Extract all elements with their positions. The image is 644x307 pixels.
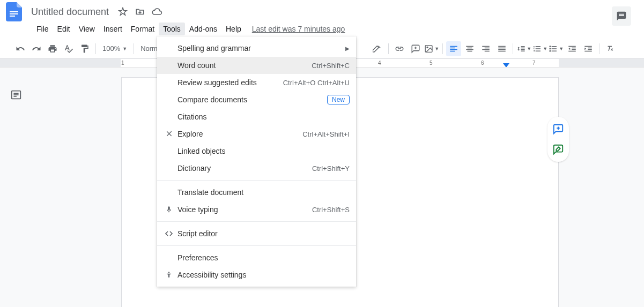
- ruler-mark: 4: [378, 60, 381, 66]
- decrease-indent-button[interactable]: [565, 41, 580, 56]
- submenu-arrow-icon: ▶: [345, 46, 350, 51]
- menu-item-script-editor[interactable]: Script editor: [157, 225, 356, 242]
- align-left-button[interactable]: [446, 41, 461, 56]
- undo-button[interactable]: [13, 41, 28, 56]
- menu-item-translate[interactable]: Translate document: [157, 184, 356, 201]
- last-edit-link[interactable]: Last edit was 7 minutes ago: [252, 25, 345, 33]
- cloud-saved-icon[interactable]: [151, 5, 164, 18]
- dropdown-arrow-icon: ▼: [434, 46, 439, 51]
- explore-icon: [164, 130, 174, 138]
- docs-logo-icon[interactable]: [4, 2, 24, 21]
- ruler-mark: 5: [430, 60, 433, 66]
- menu-item-citations[interactable]: Citations: [157, 108, 356, 125]
- highlight-color-button[interactable]: [370, 41, 385, 56]
- svg-point-5: [550, 46, 551, 47]
- menu-item-label: Voice typing: [173, 205, 312, 214]
- ruler-mark: 7: [532, 60, 536, 66]
- document-title[interactable]: Untitled document: [28, 5, 112, 19]
- menu-item-linked-objects[interactable]: Linked objects: [157, 143, 356, 160]
- svg-point-12: [168, 272, 169, 273]
- star-icon[interactable]: [116, 5, 129, 18]
- align-center-button[interactable]: [462, 41, 477, 56]
- separator: [134, 43, 134, 54]
- separator: [442, 43, 443, 54]
- print-button[interactable]: [45, 41, 60, 56]
- align-justify-button[interactable]: [494, 41, 509, 56]
- menu-item-shortcut: Ctrl+Alt+O Ctrl+Alt+U: [283, 79, 350, 87]
- menu-addons[interactable]: Add-ons: [185, 23, 221, 35]
- menu-edit[interactable]: Edit: [53, 23, 75, 35]
- menu-item-compare[interactable]: Compare documents New: [157, 91, 356, 108]
- menu-item-spelling[interactable]: Spelling and grammar ▶: [157, 40, 356, 57]
- menu-item-label: Translate document: [173, 188, 350, 197]
- suggest-edits-floating-button[interactable]: [547, 139, 569, 160]
- menu-item-label: Explore: [173, 130, 302, 138]
- paint-format-button[interactable]: [77, 41, 92, 56]
- menu-insert[interactable]: Insert: [99, 23, 127, 35]
- menu-help[interactable]: Help: [221, 23, 246, 35]
- increase-indent-button[interactable]: [581, 41, 596, 56]
- clear-formatting-button[interactable]: [603, 41, 618, 56]
- svg-rect-0: [10, 11, 18, 12]
- redo-button[interactable]: [29, 41, 44, 56]
- menu-item-label: Word count: [173, 61, 312, 70]
- menu-item-label: Accessibility settings: [173, 271, 350, 279]
- move-icon[interactable]: [134, 5, 146, 18]
- outline-toggle-button[interactable]: [10, 89, 22, 101]
- menu-item-accessibility[interactable]: Accessibility settings: [157, 266, 356, 283]
- bulleted-list-button[interactable]: ▼: [549, 41, 564, 56]
- menu-format[interactable]: Format: [127, 23, 159, 35]
- line-spacing-button[interactable]: ▼: [516, 41, 531, 56]
- menu-item-label: Dictionary: [173, 164, 312, 173]
- zoom-value: 100%: [102, 44, 120, 53]
- menu-item-label: Spelling and grammar: [173, 44, 345, 53]
- separator: [388, 43, 389, 54]
- menu-item-voice-typing[interactable]: Voice typing Ctrl+Shift+S: [157, 201, 356, 218]
- align-right-button[interactable]: [478, 41, 493, 56]
- insert-image-button[interactable]: ▼: [424, 41, 439, 56]
- menu-tools[interactable]: Tools: [159, 23, 185, 35]
- svg-rect-2: [10, 16, 15, 17]
- menu-item-preferences[interactable]: Preferences: [157, 249, 356, 266]
- menu-separator: [157, 245, 356, 246]
- numbered-list-button[interactable]: ▼: [532, 41, 547, 56]
- menu-item-label: Preferences: [173, 253, 350, 262]
- separator: [599, 43, 599, 54]
- separator: [95, 43, 96, 54]
- new-badge: New: [327, 95, 350, 104]
- svg-point-4: [427, 47, 428, 48]
- menu-item-review-edits[interactable]: Review suggested edits Ctrl+Alt+O Ctrl+A…: [157, 74, 356, 91]
- add-comment-button[interactable]: [408, 41, 423, 56]
- menu-item-explore[interactable]: Explore Ctrl+Alt+Shift+I: [157, 125, 356, 143]
- floating-actions: [547, 117, 569, 162]
- menu-view[interactable]: View: [75, 23, 99, 35]
- code-icon: [164, 229, 174, 238]
- dropdown-arrow-icon: ▼: [527, 46, 531, 51]
- menu-item-word-count[interactable]: Word count Ctrl+Shift+C: [157, 57, 356, 74]
- tools-dropdown-menu: Spelling and grammar ▶ Word count Ctrl+S…: [157, 36, 356, 287]
- svg-point-7: [550, 50, 551, 51]
- ruler-mark: 1: [121, 60, 124, 66]
- menu-item-dictionary[interactable]: Dictionary Ctrl+Shift+Y: [157, 160, 356, 177]
- mic-icon: [164, 206, 174, 213]
- comment-history-button[interactable]: [612, 6, 631, 26]
- menu-item-shortcut: Ctrl+Shift+C: [312, 62, 350, 70]
- menu-item-shortcut: Ctrl+Shift+S: [312, 206, 350, 214]
- menu-separator: [157, 180, 356, 181]
- menu-file[interactable]: File: [32, 23, 53, 35]
- menu-separator: [157, 221, 356, 222]
- insert-link-button[interactable]: [392, 41, 407, 56]
- dropdown-arrow-icon: ▼: [543, 46, 547, 51]
- dropdown-arrow-icon: ▼: [122, 46, 127, 51]
- svg-rect-1: [10, 13, 18, 14]
- separator: [513, 43, 513, 54]
- add-comment-floating-button[interactable]: [547, 119, 569, 139]
- menu-item-label: Compare documents: [173, 95, 327, 104]
- menu-item-shortcut: Ctrl+Alt+Shift+I: [302, 130, 350, 138]
- indent-marker-icon[interactable]: [503, 63, 509, 68]
- menu-item-shortcut: Ctrl+Shift+Y: [312, 164, 350, 173]
- menu-item-label: Script editor: [173, 229, 350, 238]
- accessibility-icon: [164, 271, 174, 279]
- spellcheck-button[interactable]: [61, 41, 76, 56]
- zoom-select[interactable]: 100%▼: [99, 44, 130, 53]
